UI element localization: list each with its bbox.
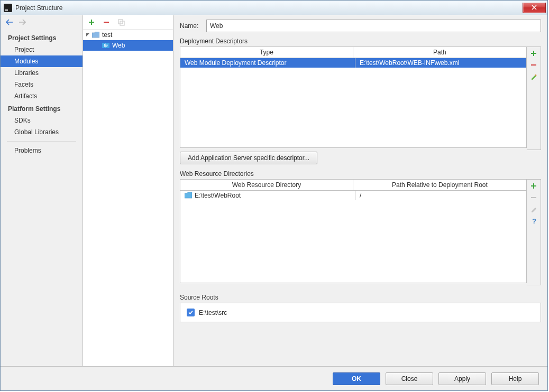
nav-item-facets[interactable]: Facets xyxy=(1,79,83,90)
svg-text:?: ? xyxy=(532,217,536,225)
add-descriptor-button[interactable] xyxy=(529,49,538,58)
table-row[interactable]: E:\test\WebRoot / xyxy=(180,191,526,200)
sidebar-toolbar xyxy=(1,15,83,29)
name-row: Name: xyxy=(180,20,541,32)
source-root-row[interactable]: E:\test\src xyxy=(180,303,541,322)
add-button[interactable] xyxy=(87,18,96,26)
cell-path: E:\test\WebRoot\WEB-INF\web.xml xyxy=(355,58,526,68)
edit-descriptor-button[interactable] xyxy=(529,72,538,81)
column-type[interactable]: Type xyxy=(180,47,353,58)
cell-rel: / xyxy=(355,191,526,200)
close-icon xyxy=(532,5,537,10)
name-input[interactable] xyxy=(206,20,541,32)
web-resources-group: Web Resource Directories Web Resource Di… xyxy=(180,170,541,285)
facet-settings-panel: Name: Deployment Descriptors Type Path W… xyxy=(173,15,547,367)
titlebar: Project Structure xyxy=(1,1,547,15)
project-structure-window: Project Structure Project Settings Proje… xyxy=(0,0,548,391)
back-button[interactable] xyxy=(6,19,13,25)
module-tree[interactable]: test Web xyxy=(83,30,173,367)
module-icon xyxy=(92,32,99,38)
forward-button[interactable] xyxy=(19,19,26,25)
nav-item-libraries[interactable]: Libraries xyxy=(1,67,83,79)
web-resources-toolbar: ? xyxy=(527,179,541,285)
copy-button[interactable] xyxy=(117,18,125,26)
web-icon xyxy=(102,42,109,49)
add-server-descriptor-button[interactable]: Add Application Server specific descript… xyxy=(180,152,317,164)
module-tree-toolbar xyxy=(83,15,173,30)
svg-rect-3 xyxy=(120,21,124,25)
table-row[interactable]: Web Module Deployment Descriptor E:\test… xyxy=(180,58,526,68)
nav-heading-platform-settings: Platform Settings xyxy=(1,102,83,115)
dialog-buttons: OK Close Apply Help xyxy=(1,366,547,390)
tree-node-facet[interactable]: Web xyxy=(83,40,173,51)
column-path[interactable]: Path xyxy=(353,47,526,58)
remove-button[interactable] xyxy=(102,18,111,26)
cell-dir-text: E:\test\WebRoot xyxy=(195,192,241,199)
apply-button[interactable]: Apply xyxy=(438,372,486,385)
help-button[interactable]: Help xyxy=(491,372,539,385)
cell-type: Web Module Deployment Descriptor xyxy=(180,58,355,68)
nav-item-artifacts[interactable]: Artifacts xyxy=(1,90,83,102)
module-tree-panel: test Web xyxy=(83,15,173,367)
nav-item-global-libraries[interactable]: Global Libraries xyxy=(1,126,83,138)
source-root-checkbox[interactable] xyxy=(187,309,195,316)
cell-dir: E:\test\WebRoot xyxy=(180,191,355,200)
remove-descriptor-button[interactable] xyxy=(529,61,538,69)
tree-node-label: test xyxy=(102,31,112,39)
deployment-table[interactable]: Type Path Web Module Deployment Descript… xyxy=(180,46,527,148)
column-rel[interactable]: Path Relative to Deployment Root xyxy=(353,180,526,190)
svg-rect-1 xyxy=(5,10,8,11)
nav-item-project[interactable]: Project xyxy=(1,44,83,55)
check-icon xyxy=(188,310,194,315)
deployment-descriptors-group: Deployment Descriptors Type Path Web Mod… xyxy=(180,38,541,162)
expand-icon xyxy=(85,32,90,38)
add-resource-button[interactable] xyxy=(529,182,538,190)
tree-node-label: Web xyxy=(112,42,125,49)
source-roots-group: Source Roots E:\test\src xyxy=(180,294,541,322)
content: Project Settings Project Modules Librari… xyxy=(1,15,547,367)
tree-node-module[interactable]: test xyxy=(83,30,173,40)
column-dir[interactable]: Web Resource Directory xyxy=(180,180,353,190)
settings-sidebar: Project Settings Project Modules Librari… xyxy=(1,15,83,367)
svg-rect-2 xyxy=(118,20,123,24)
nav-item-problems[interactable]: Problems xyxy=(1,145,83,156)
nav-item-sdks[interactable]: SDKs xyxy=(1,115,83,126)
nav-heading-project-settings: Project Settings xyxy=(1,31,83,44)
deployment-toolbar xyxy=(527,46,541,150)
intellij-icon xyxy=(4,4,12,12)
nav-section: Project Settings Project Modules Librari… xyxy=(1,29,83,158)
source-roots-title: Source Roots xyxy=(180,294,541,301)
nav-separator xyxy=(7,141,76,142)
ok-button[interactable]: OK xyxy=(333,372,380,385)
name-label: Name: xyxy=(180,22,206,30)
close-button[interactable]: Close xyxy=(386,372,433,385)
nav-item-modules[interactable]: Modules xyxy=(1,55,83,67)
svg-rect-0 xyxy=(4,4,12,12)
edit-resource-button[interactable] xyxy=(529,205,538,213)
web-resources-title: Web Resource Directories xyxy=(180,170,541,178)
source-root-path: E:\test\src xyxy=(199,309,227,316)
remove-resource-button[interactable] xyxy=(529,193,538,202)
window-close-button[interactable] xyxy=(523,3,546,13)
help-resource-button[interactable]: ? xyxy=(529,217,538,225)
deployment-title: Deployment Descriptors xyxy=(180,38,541,45)
folder-icon xyxy=(185,192,192,199)
web-resources-table[interactable]: Web Resource Directory Path Relative to … xyxy=(180,179,527,283)
window-title: Project Structure xyxy=(15,4,62,12)
